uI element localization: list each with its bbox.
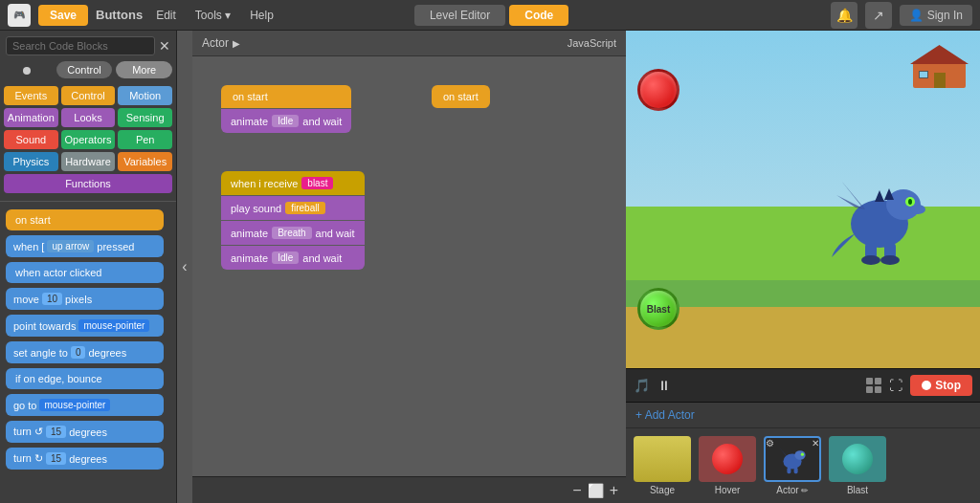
category-events[interactable]: Events [4,86,58,105]
scratch-animate-breath[interactable]: animate Breath and wait [221,221,365,245]
actor-edit-icon[interactable]: ✏ [801,486,809,495]
actor-arrow: ▶ [233,38,240,49]
category-control[interactable]: Control [61,86,116,105]
menu-tools[interactable]: Tools ▾ [189,9,236,22]
game-button-blast[interactable]: Blast [637,288,679,330]
stage-thumbnail [634,436,691,482]
angle-value-pill[interactable]: 0 [71,346,86,359]
block-turn-right[interactable]: turn ↻ 15 degrees [6,448,164,470]
turn-left-value-pill[interactable]: 15 [46,426,66,438]
game-viewport: Blast [626,31,980,368]
hover-thumbnail [699,436,756,482]
stop-button[interactable]: Stop [910,375,972,396]
idle-pill-2[interactable]: Idle [272,252,299,264]
controls-bar: 🎵 ⏸ ⛶ Stop [626,368,980,403]
category-pen[interactable]: Pen [118,130,172,149]
block-go-to[interactable]: go to mouse-pointer [6,394,164,416]
tab-control[interactable]: Control [56,61,113,78]
svg-point-3 [908,199,912,205]
category-hardware[interactable]: Hardware [61,152,116,171]
signin-button[interactable]: 👤 Sign In [900,5,972,26]
tab-more[interactable]: More [116,61,172,78]
svg-point-10 [794,450,805,460]
svg-rect-12 [787,468,791,473]
nav-buttons: Level Editor Code [414,5,568,26]
right-panel: Blast 🎵 ⏸ ⛶ Stop + Add Actor [626,31,980,503]
category-variables[interactable]: Variables [118,152,172,171]
nav-level-editor[interactable]: Level Editor [414,5,505,26]
fireball-pill[interactable]: fireball [285,202,324,214]
mouse-pointer-pill[interactable]: mouse-pointer [78,319,149,332]
actor-item-stage[interactable]: Stage [634,436,691,495]
up-arrow-pill[interactable]: up arrow [47,240,94,252]
hover-label: Hover [715,485,741,495]
add-actor-button[interactable]: + Add Actor [635,408,695,422]
scratch-play-sound[interactable]: play sound fireball [221,196,365,220]
share-icon[interactable]: ↗ [865,2,892,29]
block-when-actor-clicked[interactable]: when actor clicked [6,262,164,283]
search-input[interactable] [6,36,155,55]
zoom-out-button[interactable]: − [572,482,581,499]
music-icon[interactable]: 🎵 [634,378,650,393]
category-physics[interactable]: Physics [4,152,58,171]
actor-item-hover[interactable]: Hover [699,436,756,495]
house [913,45,966,88]
blast-pill[interactable]: blast [301,177,333,189]
category-operators[interactable]: Operators [61,130,116,149]
bottom-bar: − ⬜ + [192,476,626,503]
category-looks[interactable]: Looks [61,108,116,127]
scratch-on-start-1[interactable]: on start [221,85,351,108]
actor-gear-icon[interactable]: ⚙ [766,438,774,448]
breath-pill[interactable]: Breath [272,227,311,239]
category-sensing[interactable]: Sensing [118,108,172,127]
block-move-pixels[interactable]: move 10 pixels [6,288,164,310]
search-clear-icon[interactable]: ✕ [159,38,170,54]
game-button-red[interactable] [637,69,679,111]
save-button[interactable]: Save [38,5,88,26]
scratch-on-start-2[interactable]: on start [432,85,490,108]
topbar: 🎮 Save Buttons Edit Tools ▾ Help Level E… [0,0,980,31]
move-value-pill[interactable]: 10 [42,293,62,305]
category-animation[interactable]: Animation [4,108,58,127]
turn-right-value-pill[interactable]: 15 [46,452,66,465]
all-tab[interactable] [4,61,53,78]
collapse-panel-button[interactable]: ‹ [177,31,192,503]
code-canvas[interactable]: on start animate Idle and wait on start … [192,56,626,503]
user-icon: 👤 [909,9,924,22]
actor-item-blast[interactable]: Blast [829,436,886,495]
grid-view-icon[interactable] [866,378,881,393]
actor-item-actor[interactable]: ⚙ ✕ Actor ✏ [764,436,821,495]
block-point-towards[interactable]: point towards mouse-pointer [6,315,164,337]
scratch-animate-idle-1[interactable]: animate Idle and wait [221,109,351,133]
menu-edit[interactable]: Edit [150,9,182,22]
stop-circle-icon [922,381,931,390]
block-when-pressed[interactable]: when [ up arrow pressed [6,235,164,257]
block-turn-left[interactable]: turn ↺ 15 degrees [6,421,164,443]
expand-icon[interactable]: ⛶ [889,378,902,393]
app-title: Buttons [96,8,143,22]
scratch-animate-idle-2[interactable]: animate Idle and wait [221,246,365,270]
zoom-in-button[interactable]: + [610,482,618,499]
idle-pill-1[interactable]: Idle [272,115,299,127]
right-buttons: 🔔 ↗ 👤 Sign In [831,2,972,29]
block-group-3: when i receive blast play sound fireball… [221,171,365,270]
block-group-1: on start animate Idle and wait [221,85,351,133]
block-if-on-edge[interactable]: if on edge, bounce [6,368,164,389]
svg-point-11 [801,453,804,456]
scratch-when-receive[interactable]: when i receive blast [221,171,365,195]
category-motion[interactable]: Motion [118,86,172,105]
category-sound[interactable]: Sound [4,130,58,149]
block-on-start[interactable]: on start [6,209,164,230]
nav-code[interactable]: Code [509,5,568,26]
actor-label: Actor [202,36,229,50]
notifications-icon[interactable]: 🔔 [831,2,858,29]
menu-help[interactable]: Help [244,9,279,22]
category-functions[interactable]: Functions [4,174,172,193]
zoom-reset-button[interactable]: ⬜ [588,483,604,498]
blast-thumbnail [829,436,886,482]
pause-icon[interactable]: ⏸ [657,378,671,393]
actor-close-icon[interactable]: ✕ [812,438,819,448]
stage-label: Stage [650,485,675,495]
go-to-pill[interactable]: mouse-pointer [39,399,110,411]
block-set-angle[interactable]: set angle to 0 degrees [6,341,164,363]
